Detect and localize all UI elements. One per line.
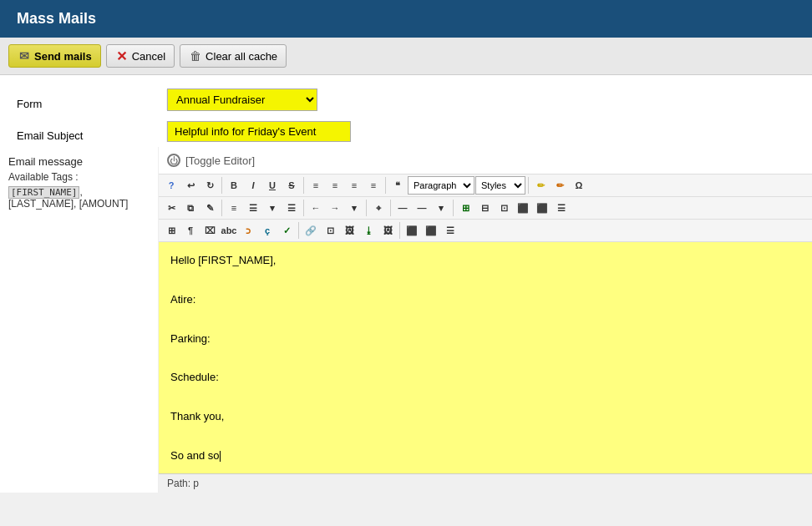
available-tags-values: [FIRST_NAME], [LAST_NAME], [AMOUNT] xyxy=(8,186,150,210)
content-line-5: Parking: xyxy=(170,329,800,348)
source-button[interactable]: ⬛ xyxy=(422,221,440,240)
highlight-button[interactable]: ✏ xyxy=(531,176,550,195)
spellcheck-button[interactable]: abc xyxy=(220,221,238,240)
cancel-button[interactable]: ✕ Cancel xyxy=(106,44,175,68)
content-line-2 xyxy=(170,270,800,289)
align-left-button[interactable]: ≡ xyxy=(307,176,325,195)
app-container: Mass Mails ✉ Send mails ✕ Cancel 🗑 Clear… xyxy=(0,0,812,493)
editor-toolbar-row-2: ✂ ⧉ ✎ ≡ ☰ ▾ ☰ ← → ▾ ⌖ — — ▾ ⊞ ⊟ xyxy=(159,197,812,220)
more-button[interactable]: ☰ xyxy=(441,221,459,240)
email-subject-input[interactable] xyxy=(167,121,351,142)
separator-2 xyxy=(303,177,304,194)
redo-button[interactable]: ↻ xyxy=(200,176,219,195)
find-button[interactable]: ↄ xyxy=(239,221,257,240)
align-center-button[interactable]: ≡ xyxy=(326,176,344,195)
indent2-button[interactable]: → xyxy=(326,199,344,217)
content-line-7: Schedule: xyxy=(170,367,800,387)
hr-button[interactable]: — xyxy=(393,199,412,217)
email-message-label-panel: Email message Available Tags : [FIRST_NA… xyxy=(0,147,159,493)
separator-8 xyxy=(390,200,391,216)
find2-button[interactable]: ç xyxy=(258,221,277,240)
power-icon: ⏻ xyxy=(167,154,180,167)
format-button[interactable]: ⌖ xyxy=(369,199,388,217)
special-char-button[interactable]: Ω xyxy=(570,176,588,195)
text-color-button[interactable]: ✏ xyxy=(551,176,569,195)
toggle-editor-bar[interactable]: ⏻ [Toggle Editor] xyxy=(159,147,812,174)
clear-format-button[interactable]: ⌧ xyxy=(200,221,219,240)
indent-dropdown-button[interactable]: ▾ xyxy=(345,199,363,217)
editor-panel: ⏻ [Toggle Editor] ? ↩ ↻ B I U S ≡ ≡ ≡ ≡ … xyxy=(159,147,812,493)
trash-icon: 🗑 xyxy=(189,49,202,63)
table-button[interactable]: ⊞ xyxy=(456,199,475,217)
grid-button[interactable]: ⊞ xyxy=(162,221,180,240)
list-dropdown-button[interactable]: ▾ xyxy=(263,199,282,217)
flash-button[interactable]: 🖼 xyxy=(378,221,397,240)
send-mails-button[interactable]: ✉ Send mails xyxy=(8,44,101,68)
toggle-editor-label: [Toggle Editor] xyxy=(185,154,255,167)
check-button[interactable]: ✓ xyxy=(277,221,296,240)
editor-toolbar-row-3: ⊞ ¶ ⌧ abc ↄ ç ✓ 🔗 ⊡ 🖼 ⭳ 🖼 ⬛ ⬛ ☰ xyxy=(159,220,812,242)
content-line-9: Thank you, xyxy=(170,407,800,426)
table-list-button[interactable]: ☰ xyxy=(552,199,571,217)
paragraph-select[interactable]: Paragraph Heading 1 Heading 2 Heading 3 xyxy=(408,176,475,195)
separator-11 xyxy=(399,222,400,239)
editor-content-area[interactable]: Hello [FIRST_NAME], Atire: Parking: Sche… xyxy=(159,242,812,473)
copy-button[interactable]: ⧉ xyxy=(181,199,200,217)
page-header: Mass Mails xyxy=(0,0,812,38)
indent-button[interactable]: ☰ xyxy=(282,199,301,217)
separator-3 xyxy=(385,177,386,194)
content-line-11: So and so xyxy=(170,446,800,465)
content-line-3: Atire: xyxy=(170,290,800,309)
main-toolbar: ✉ Send mails ✕ Cancel 🗑 Clear all cache xyxy=(0,38,812,75)
content-line-1: Hello [FIRST_NAME], xyxy=(170,250,800,270)
separator-10 xyxy=(298,222,299,239)
form-field-label: Form xyxy=(8,89,167,110)
form-select[interactable]: Annual Fundraiser xyxy=(167,89,317,111)
unordered-list-button[interactable]: ☰ xyxy=(244,199,262,217)
code-button[interactable]: ⬛ xyxy=(403,221,421,240)
content-line-10 xyxy=(170,427,800,446)
hr-dropdown-button[interactable]: ▾ xyxy=(432,199,450,217)
cut-button[interactable]: ✂ xyxy=(162,199,180,217)
separator-1 xyxy=(221,177,222,194)
email-message-section: Email message Available Tags : [FIRST_NA… xyxy=(0,147,812,493)
strikethrough-button[interactable]: S xyxy=(282,176,301,195)
clear-cache-button[interactable]: 🗑 Clear all cache xyxy=(180,44,287,68)
undo-button[interactable]: ↩ xyxy=(181,176,200,195)
styles-select[interactable]: Styles xyxy=(475,176,525,195)
bold-button[interactable]: B xyxy=(225,176,243,195)
send-icon: ✉ xyxy=(18,49,31,63)
content-line-4 xyxy=(170,309,800,328)
separator-9 xyxy=(453,200,454,216)
table-more-button[interactable]: ⬛ xyxy=(533,199,551,217)
email-subject-input-group xyxy=(167,121,351,142)
outdent-button[interactable]: ← xyxy=(307,199,325,217)
separator-4 xyxy=(528,177,529,194)
align-right-button[interactable]: ≡ xyxy=(345,176,363,195)
page-title: Mass Mails xyxy=(17,10,96,27)
link-button[interactable]: 🔗 xyxy=(302,221,320,240)
underline-button[interactable]: U xyxy=(263,176,282,195)
table-delete-button[interactable]: ⬛ xyxy=(514,199,532,217)
available-tags-label: Available Tags : xyxy=(8,171,150,183)
table-row-button[interactable]: ⊟ xyxy=(475,199,494,217)
ordered-list-button[interactable]: ≡ xyxy=(225,199,243,217)
text-cursor xyxy=(220,451,221,462)
email-subject-row: Email Subject xyxy=(0,116,812,147)
help-button[interactable]: ? xyxy=(162,176,180,195)
italic-button[interactable]: I xyxy=(244,176,262,195)
align-justify-button[interactable]: ≡ xyxy=(364,176,383,195)
separator-6 xyxy=(303,200,304,216)
table-col-button[interactable]: ⊡ xyxy=(495,199,513,217)
form-input-group: Annual Fundraiser xyxy=(167,89,317,111)
image-button[interactable]: 🖼 xyxy=(340,221,358,240)
blockquote-button[interactable]: ❝ xyxy=(388,176,407,195)
form-row: Form Annual Fundraiser xyxy=(0,83,812,116)
pilcrow-button[interactable]: ¶ xyxy=(181,221,200,240)
editor-toolbar-row-1: ? ↩ ↻ B I U S ≡ ≡ ≡ ≡ ❝ Paragraph Headin… xyxy=(159,174,812,197)
paste-button[interactable]: ✎ xyxy=(200,199,219,217)
embed-button[interactable]: ⭳ xyxy=(359,221,378,240)
content-line-6 xyxy=(170,348,800,367)
media-button[interactable]: ⊡ xyxy=(321,221,339,240)
hr2-button[interactable]: — xyxy=(413,199,431,217)
